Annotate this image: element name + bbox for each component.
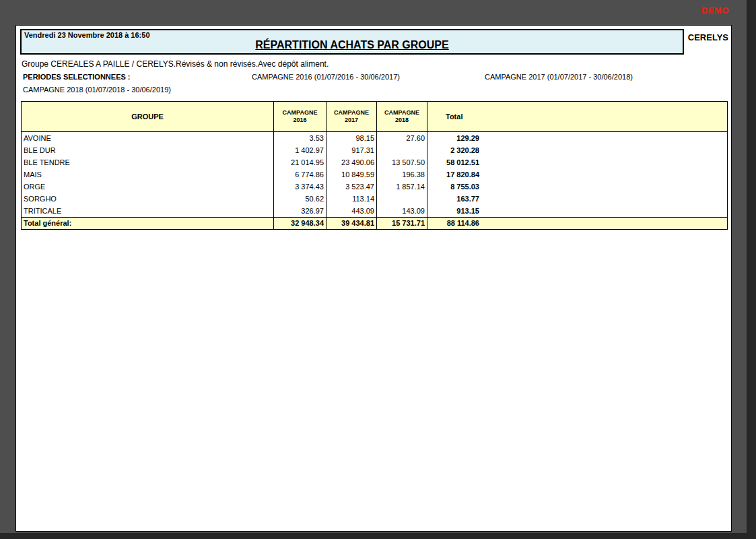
- row-value-2018: [377, 193, 427, 205]
- row-value-2016: 50.62: [274, 193, 327, 205]
- row-value-2018: 1 857.14: [377, 181, 427, 193]
- row-value-2018: 196.38: [377, 168, 427, 181]
- table-total-row: Total général: 32 948.34 39 434.81 15 73…: [22, 217, 727, 229]
- row-value-2017: 443.09: [327, 205, 377, 217]
- total-value-2018: 15 731.71: [377, 218, 427, 229]
- table-row-ble-dur: BLE DUR 1 402.97 917.31 2 320.28: [22, 144, 727, 156]
- row-value-total: 17 820.84: [427, 168, 481, 181]
- row-value-total: 2 320.28: [427, 144, 481, 156]
- row-value-total: 163.77: [427, 193, 481, 205]
- report-table: GROUPE CAMPAGNE 2016 CAMPAGNE 2017 CAMPA…: [21, 101, 728, 230]
- row-value-2016: 1 402.97: [274, 144, 327, 156]
- row-group-label: ORGE: [22, 181, 274, 193]
- report-header-row: Vendredi 23 Novembre 2018 à 16:50 RÉPART…: [16, 26, 731, 55]
- row-value-total: 58 012.51: [427, 156, 481, 168]
- period-campagne-2016: CAMPAGNE 2016 (01/07/2016 - 30/06/2017): [252, 73, 400, 81]
- row-value-total: 8 755.03: [427, 181, 481, 193]
- col-header-year-2016: 2016: [293, 117, 306, 124]
- report-datetime: Vendredi 23 Novembre 2018 à 16:50: [24, 31, 680, 39]
- col-header-campagne-word: CAMPAGNE: [334, 109, 369, 117]
- table-row-mais: MAIS 6 774.86 10 849.59 196.38 17 820.84: [22, 168, 727, 181]
- row-group-label: BLE TENDRE: [22, 156, 274, 168]
- row-value-2017: 917.31: [327, 144, 377, 156]
- table-row-avoine: AVOINE 3.53 98.15 27.60 129.29: [22, 132, 727, 144]
- group-filter-line: Groupe CEREALES A PAILLE / CERELYS.Révis…: [22, 59, 727, 69]
- window-right-band: [747, 0, 756, 539]
- row-group-label: BLE DUR: [22, 144, 274, 156]
- col-header-year-2018: 2018: [395, 117, 409, 124]
- col-header-campagne-2017: CAMPAGNE 2017: [327, 102, 377, 131]
- row-value-2016: 6 774.86: [274, 168, 327, 181]
- total-row-label: Total général:: [22, 218, 274, 229]
- row-value-2018: 143.09: [377, 205, 427, 217]
- col-header-campagne-word: CAMPAGNE: [384, 109, 419, 117]
- row-value-2016: 326.97: [274, 205, 327, 217]
- row-filler: [481, 193, 727, 205]
- row-value-2016: 21 014.95: [274, 156, 327, 168]
- periods-label: PERIODES SELECTIONNEES :: [23, 73, 131, 81]
- col-header-campagne-2016: CAMPAGNE 2016: [274, 102, 327, 131]
- row-group-label: MAIS: [22, 168, 274, 181]
- row-value-2017: 113.14: [327, 193, 377, 205]
- col-header-year-2017: 2017: [345, 117, 358, 124]
- col-header-campagne-2018: CAMPAGNE 2018: [377, 102, 427, 131]
- table-header-row: GROUPE CAMPAGNE 2016 CAMPAGNE 2017 CAMPA…: [22, 102, 727, 132]
- row-filler: [481, 181, 727, 193]
- report-page: Vendredi 23 Novembre 2018 à 16:50 RÉPART…: [15, 25, 732, 532]
- col-header-campagne-word: CAMPAGNE: [283, 109, 318, 117]
- report-title: RÉPARTITION ACHATS PAR GROUPE: [24, 39, 680, 51]
- row-filler: [481, 218, 727, 229]
- row-filler: [481, 132, 727, 144]
- col-header-total: Total: [427, 102, 727, 131]
- row-filler: [481, 156, 727, 168]
- row-value-2017: 10 849.59: [327, 168, 377, 181]
- row-filler: [481, 144, 727, 156]
- row-value-2017: 98.15: [327, 132, 377, 144]
- total-value-2016: 32 948.34: [274, 218, 327, 229]
- period-campagne-2017: CAMPAGNE 2017 (01/07/2017 - 30/06/2018): [485, 73, 633, 81]
- col-header-groupe: GROUPE: [22, 102, 274, 131]
- row-value-total: 913.15: [427, 205, 481, 217]
- periods-row: PERIODES SELECTIONNEES : CAMPAGNE 2016 (…: [16, 73, 731, 83]
- window-bottom-band: [0, 533, 756, 539]
- row-filler: [481, 205, 727, 217]
- row-group-label: AVOINE: [22, 132, 274, 144]
- demo-watermark: DEMO: [701, 5, 729, 15]
- total-value-2017: 39 434.81: [327, 218, 377, 229]
- row-group-label: TRITICALE: [22, 205, 274, 217]
- row-value-2018: 27.60: [377, 132, 427, 144]
- total-value-total: 88 114.86: [427, 218, 481, 229]
- row-value-2017: 3 523.47: [327, 181, 377, 193]
- row-value-2018: [377, 144, 427, 156]
- row-value-2017: 23 490.06: [327, 156, 377, 168]
- row-filler: [481, 168, 727, 181]
- table-row-ble-tendre: BLE TENDRE 21 014.95 23 490.06 13 507.50…: [22, 156, 727, 168]
- row-group-label: SORGHO: [22, 193, 274, 205]
- brand-label: CERELYS: [684, 29, 728, 42]
- period-campagne-2018: CAMPAGNE 2018 (01/07/2018 - 30/06/2019): [23, 86, 731, 94]
- table-row-triticale: TRITICALE 326.97 443.09 143.09 913.15: [22, 205, 727, 217]
- report-header-box: Vendredi 23 Novembre 2018 à 16:50 RÉPART…: [20, 29, 684, 55]
- row-value-2016: 3.53: [274, 132, 327, 144]
- row-value-total: 129.29: [427, 132, 481, 144]
- table-row-sorgho: SORGHO 50.62 113.14 163.77: [22, 193, 727, 205]
- table-row-orge: ORGE 3 374.43 3 523.47 1 857.14 8 755.03: [22, 181, 727, 193]
- row-value-2018: 13 507.50: [377, 156, 427, 168]
- row-value-2016: 3 374.43: [274, 181, 327, 193]
